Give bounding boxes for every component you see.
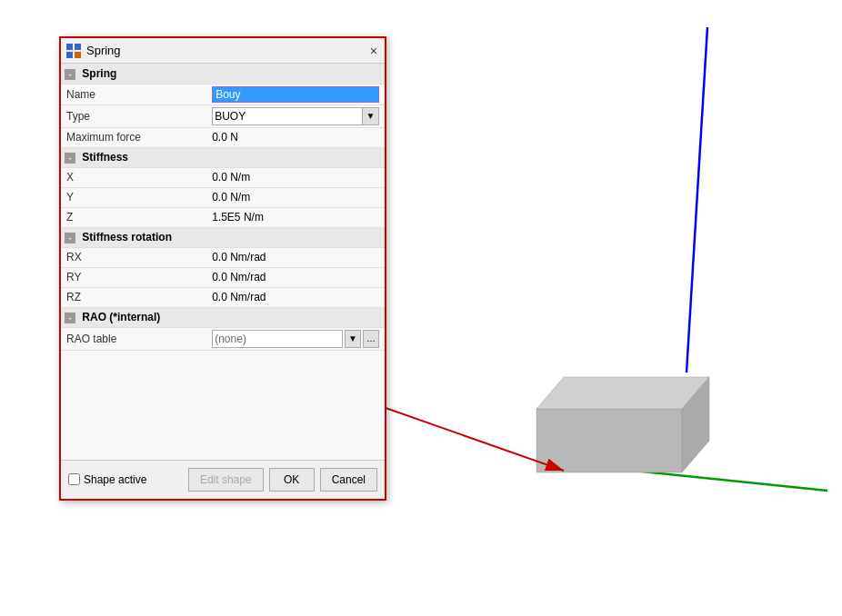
stiffness-z-value: 1.5E5 N/m xyxy=(206,207,385,227)
svg-marker-2 xyxy=(536,409,682,472)
svg-line-0 xyxy=(687,27,707,373)
dialog-close-button[interactable]: × xyxy=(368,45,379,57)
rao-table-label: RAO table xyxy=(61,327,206,350)
stiffness-rotation-collapse-icon[interactable]: - xyxy=(65,233,75,243)
ry-row: RY 0.0 Nm/rad xyxy=(61,267,385,287)
stiffness-z-text: 1.5E5 N/m xyxy=(212,211,264,224)
rx-label: RX xyxy=(61,247,206,267)
svg-marker-3 xyxy=(536,377,709,409)
type-value: BUOY ▼ xyxy=(206,104,385,127)
rx-text: 0.0 Nm/rad xyxy=(212,251,266,263)
name-row: Name xyxy=(61,84,385,104)
max-force-value: 0.0 N xyxy=(206,127,385,147)
svg-marker-4 xyxy=(682,377,709,472)
properties-table: - Spring Name Type BUOY xyxy=(61,64,385,351)
type-select[interactable]: BUOY xyxy=(212,107,363,125)
svg-line-1 xyxy=(564,463,827,491)
rao-table-row: RAO table (none) ▼ … xyxy=(61,327,385,350)
svg-rect-7 xyxy=(66,44,73,50)
spring-icon xyxy=(66,44,81,58)
rz-value: 0.0 Nm/rad xyxy=(206,287,385,307)
stiffness-z-row: Z 1.5E5 N/m xyxy=(61,207,385,227)
rao-section-label: RAO (*internal) xyxy=(82,311,160,323)
name-input[interactable] xyxy=(212,86,379,103)
rz-text: 0.0 Nm/rad xyxy=(212,291,266,303)
stiffness-x-text: 0.0 N/m xyxy=(212,171,250,184)
shape-active-label: Shape active xyxy=(84,473,146,486)
section-spring-header: - Spring xyxy=(61,64,385,84)
rx-value: 0.0 Nm/rad xyxy=(206,247,385,267)
rao-wrapper: (none) ▼ … xyxy=(212,330,379,348)
shape-active-wrapper: Shape active xyxy=(68,473,183,486)
spring-dialog: Spring × - Spring Name Type xyxy=(59,36,386,501)
rao-collapse-icon[interactable]: - xyxy=(65,313,75,323)
dialog-titlebar: Spring × xyxy=(61,38,385,64)
shape-active-checkbox[interactable] xyxy=(68,473,80,485)
rx-row: RX 0.0 Nm/rad xyxy=(61,247,385,267)
rz-row: RZ 0.0 Nm/rad xyxy=(61,287,385,307)
type-row: Type BUOY ▼ xyxy=(61,104,385,127)
stiffness-y-label: Y xyxy=(61,187,206,207)
svg-rect-8 xyxy=(75,44,81,50)
rao-select[interactable]: (none) xyxy=(212,330,343,348)
section-rao-header: - RAO (*internal) xyxy=(61,307,385,327)
section-stiffness-rotation-header: - Stiffness rotation xyxy=(61,227,385,247)
edit-shape-button[interactable]: Edit shape xyxy=(188,468,264,492)
stiffness-section-label: Stiffness xyxy=(82,151,128,164)
cancel-button[interactable]: Cancel xyxy=(320,468,377,492)
section-stiffness-header: - Stiffness xyxy=(61,147,385,167)
ry-text: 0.0 Nm/rad xyxy=(212,271,266,283)
stiffness-z-label: Z xyxy=(61,207,206,227)
dialog-bottom-bar: Shape active Edit shape OK Cancel xyxy=(61,460,385,499)
spring-collapse-icon[interactable]: - xyxy=(65,69,75,80)
type-dropdown-wrapper: BUOY ▼ xyxy=(212,107,379,125)
max-force-row: Maximum force 0.0 N xyxy=(61,127,385,147)
rao-dropdown-btn[interactable]: ▼ xyxy=(345,330,361,348)
max-force-label: Maximum force xyxy=(61,127,206,147)
stiffness-collapse-icon[interactable]: - xyxy=(65,153,75,164)
stiffness-y-value: 0.0 N/m xyxy=(206,187,385,207)
rao-table-value: (none) ▼ … xyxy=(206,327,385,350)
rz-label: RZ xyxy=(61,287,206,307)
stiffness-y-row: Y 0.0 N/m xyxy=(61,187,385,207)
type-label: Type xyxy=(61,104,206,127)
stiffness-x-row: X 0.0 N/m xyxy=(61,167,385,187)
spring-section-label: Spring xyxy=(82,67,116,80)
stiffness-rotation-section-label: Stiffness rotation xyxy=(82,231,172,243)
ok-button[interactable]: OK xyxy=(269,468,315,492)
name-value[interactable] xyxy=(206,84,385,104)
max-force-text: 0.0 N xyxy=(212,131,238,144)
dialog-empty-area xyxy=(61,351,385,460)
dialog-title-text: Spring xyxy=(86,44,121,57)
stiffness-x-value: 0.0 N/m xyxy=(206,167,385,187)
svg-rect-9 xyxy=(66,52,73,58)
stiffness-y-text: 0.0 N/m xyxy=(212,191,250,204)
name-label: Name xyxy=(61,84,206,104)
ry-value: 0.0 Nm/rad xyxy=(206,267,385,287)
ry-label: RY xyxy=(61,267,206,287)
type-dropdown-arrow[interactable]: ▼ xyxy=(363,107,379,125)
svg-rect-10 xyxy=(75,52,81,58)
dialog-title-left: Spring xyxy=(66,44,121,58)
rao-browse-btn[interactable]: … xyxy=(363,330,379,348)
stiffness-x-label: X xyxy=(61,167,206,187)
